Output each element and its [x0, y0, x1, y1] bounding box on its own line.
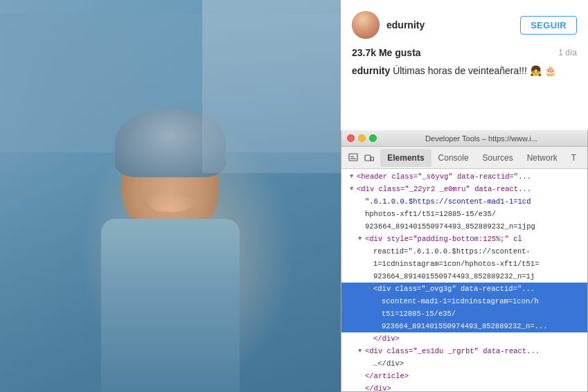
dom-line[interactable]: 1=1cdninstagram=1con/hphotos-xft1/t51= [341, 258, 587, 270]
dom-line[interactable]: reactid=".6.1.0.0.$https://scontent- [341, 245, 587, 258]
instagram-photo [0, 0, 341, 392]
dom-line[interactable]: 923664_891401550974493_852889232_n=1jpg [341, 220, 587, 233]
devtools-window: Developer Tools – https://www.i... Eleme… [341, 130, 588, 392]
caption-text: Últimas horas de veinteañera!!! 👧 🎂 [393, 65, 556, 76]
inspect-element-button[interactable] [346, 149, 360, 167]
avatar [352, 11, 380, 39]
dom-line[interactable]: <div class="_es1du _rgrbt" data-react... [341, 345, 587, 357]
dom-line[interactable]: ".6.1.0.0.$https://scontent-mad1-1=1cd [341, 195, 587, 208]
dom-line[interactable]: <header class="_s6yvg" data-reactid="... [341, 170, 587, 183]
likes-count: 23.7k Me gusta [352, 47, 421, 58]
dom-line[interactable]: <div class="_22yr2 _e0mru" data-react... [341, 183, 587, 195]
time-ago: 1 día [558, 48, 577, 57]
username[interactable]: edurnity [386, 19, 425, 30]
likes-row: 23.7k Me gusta 1 día [352, 47, 577, 58]
traffic-lights [347, 134, 377, 142]
caption-row: edurnity Últimas horas de veinteañera!!!… [352, 64, 577, 78]
devtools-titlebar: Developer Tools – https://www.i... [341, 130, 587, 147]
tab-more[interactable]: T [564, 149, 583, 167]
dom-line[interactable]: <div class="_ovg3g" data-reactid="... [341, 283, 587, 295]
dom-line[interactable]: hphotos-xft1/t51=12885-15/e35/ [341, 208, 587, 220]
profile-row: edurnity SEGUIR [352, 11, 577, 39]
tab-network[interactable]: Network [520, 149, 564, 167]
maximize-button[interactable] [369, 134, 377, 142]
dom-tree[interactable]: <header class="_s6yvg" data-reactid="...… [341, 169, 587, 391]
profile-left: edurnity [352, 11, 425, 39]
avatar-image [352, 11, 380, 39]
devtools-tabs: Elements Console Sources Network T [380, 149, 583, 167]
dom-line[interactable]: </div> [341, 332, 587, 345]
caption-username[interactable]: edurnity [352, 65, 390, 76]
svg-rect-4 [371, 157, 373, 161]
tab-console[interactable]: Console [431, 149, 476, 167]
dom-line[interactable]: </article> [341, 370, 587, 382]
devtools-toolbar: Elements Console Sources Network T [341, 147, 587, 169]
tab-elements[interactable]: Elements [380, 149, 431, 167]
dom-line[interactable]: <div style="padding-bottom:125%;" cl [341, 233, 587, 245]
dom-line[interactable]: …</div> [341, 357, 587, 370]
minimize-button[interactable] [358, 134, 366, 142]
photo-overlay [0, 0, 341, 392]
dom-line[interactable]: </div> [341, 382, 587, 391]
dom-line[interactable]: scontent-mad1-1=1cdninstagram=1con/h [341, 295, 587, 308]
dom-line[interactable]: t51=12885-15/e35/ [341, 308, 587, 320]
tab-sources[interactable]: Sources [476, 149, 520, 167]
follow-button[interactable]: SEGUIR [520, 16, 577, 35]
svg-rect-3 [365, 155, 371, 161]
dom-line[interactable]: 923664_891401550974493_852889232_n=1j [341, 270, 587, 283]
devtools-title: Developer Tools – https://www.i... [381, 134, 582, 143]
close-button[interactable] [347, 134, 355, 142]
dom-line[interactable]: 923664_891401550974493_852889232_n=... [341, 320, 587, 332]
responsive-button[interactable] [362, 149, 376, 167]
instagram-panel: edurnity SEGUIR 23.7k Me gusta 1 día edu… [341, 0, 588, 132]
svg-rect-0 [349, 154, 357, 161]
